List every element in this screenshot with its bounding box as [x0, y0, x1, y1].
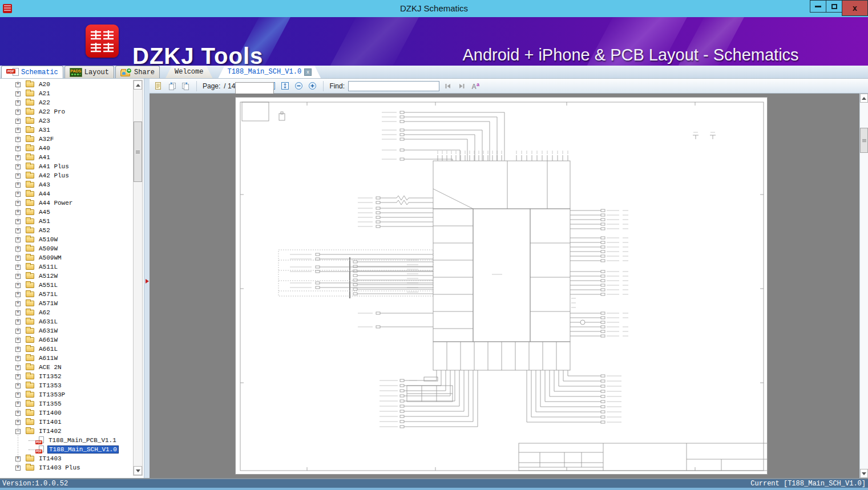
- tree-expander[interactable]: +: [15, 201, 21, 206]
- tree-file-t188-main-pcb-v1-1[interactable]: PDFT188_Main_PCB_V1.1: [0, 436, 144, 445]
- tree-expander[interactable]: +: [15, 301, 21, 306]
- close-button[interactable]: x: [842, 0, 868, 16]
- tree-expander[interactable]: +: [15, 411, 21, 416]
- tree-expander[interactable]: +: [15, 265, 21, 270]
- tree-folder-a631w[interactable]: +A631W: [0, 326, 144, 335]
- tree-folder-a32f[interactable]: +A32F: [0, 135, 144, 144]
- tree-folder-a44[interactable]: +A44: [0, 189, 144, 199]
- doc-tab-t188-main-sch-v1-0[interactable]: T188_Main_SCH_V1.0 x: [218, 66, 321, 78]
- tree-folder-it1353p[interactable]: +IT1353P: [0, 390, 144, 399]
- tab-share[interactable]: + Share: [115, 66, 160, 78]
- tree-expander[interactable]: +: [15, 374, 21, 379]
- tree-expander[interactable]: +: [15, 283, 21, 288]
- tree-folder-a51[interactable]: +A51: [0, 217, 144, 226]
- scroll-up-button[interactable]: [134, 80, 142, 90]
- tree-folder-a511l[interactable]: +A511L: [0, 262, 144, 272]
- tree-expander[interactable]: +: [15, 155, 21, 160]
- tree-folder-a31[interactable]: +A31: [0, 125, 144, 135]
- tree-folder-a52[interactable]: +A52: [0, 226, 144, 235]
- tree-expander[interactable]: +: [15, 210, 21, 215]
- tree-expander[interactable]: +: [15, 219, 21, 224]
- single-page-icon[interactable]: [153, 81, 163, 91]
- tree-expander[interactable]: +: [15, 246, 21, 252]
- tree-folder-a41[interactable]: +A41: [0, 153, 144, 162]
- tree-folder-a21[interactable]: +A21: [0, 89, 144, 98]
- tree-folder-it1401[interactable]: +IT1401: [0, 418, 144, 427]
- tree-folder-a571l[interactable]: +A571L: [0, 290, 144, 299]
- tree-folder-it1402[interactable]: −IT1402: [0, 427, 144, 436]
- tree-expander[interactable]: +: [15, 319, 21, 325]
- tree-expander[interactable]: +: [15, 456, 21, 461]
- tree-expander[interactable]: +: [15, 329, 21, 334]
- tree-folder-a43[interactable]: +A43: [0, 180, 144, 189]
- tree-folder-a20[interactable]: +A20: [0, 80, 144, 89]
- rotate-right-icon[interactable]: [180, 81, 191, 91]
- tree-expander[interactable]: +: [15, 82, 21, 87]
- viewer-scrollbar[interactable]: [859, 94, 868, 478]
- match-case-button[interactable]: Aa: [470, 81, 481, 91]
- tree-expander[interactable]: +: [15, 402, 21, 407]
- tree-folder-a22[interactable]: +A22: [0, 98, 144, 107]
- minimize-button[interactable]: [810, 0, 826, 13]
- tree-folder-a661w[interactable]: +A661W: [0, 335, 144, 345]
- rotate-left-icon[interactable]: [167, 81, 177, 91]
- tree-expander[interactable]: +: [15, 292, 21, 297]
- scroll-down-button[interactable]: [134, 466, 142, 475]
- tree-expander[interactable]: +: [15, 228, 21, 233]
- tree-folder-it1352[interactable]: +IT1352: [0, 372, 144, 381]
- tree-folder-a23[interactable]: +A23: [0, 116, 144, 125]
- tree-expander[interactable]: +: [15, 365, 21, 370]
- tree-expander[interactable]: +: [15, 356, 21, 361]
- tree-folder-a551l[interactable]: +A551L: [0, 281, 144, 290]
- tree-expander[interactable]: +: [15, 91, 21, 96]
- tree-expander[interactable]: +: [15, 137, 21, 142]
- doc-tab-welcome[interactable]: Welcome: [165, 66, 212, 78]
- tree-scrollbar[interactable]: [133, 80, 143, 476]
- maximize-button[interactable]: [826, 0, 842, 13]
- tree-expander[interactable]: +: [15, 237, 21, 242]
- tree-expander[interactable]: +: [15, 119, 21, 124]
- scroll-up-button[interactable]: [860, 94, 868, 103]
- tree-folder-a631l[interactable]: +A631L: [0, 317, 144, 326]
- tree-expander[interactable]: +: [15, 183, 21, 188]
- tree-expander[interactable]: +: [15, 110, 21, 115]
- tree-folder-it1403-plus[interactable]: +IT1403 Plus: [0, 463, 144, 472]
- tree-expander[interactable]: +: [15, 274, 21, 279]
- tree-expander[interactable]: +: [15, 100, 21, 106]
- tree-folder-a571w[interactable]: +A571W: [0, 299, 144, 308]
- tree-folder-ace-2n[interactable]: +ACE 2N: [0, 363, 144, 372]
- scroll-down-button[interactable]: [860, 469, 868, 478]
- tree-folder-a510w[interactable]: +A510W: [0, 235, 144, 244]
- tree-folder-a44-power[interactable]: +A44 Power: [0, 199, 144, 208]
- zoom-out-button[interactable]: [293, 81, 304, 91]
- tab-layout[interactable]: PADS Layout: [64, 66, 114, 78]
- tree-expander[interactable]: +: [15, 465, 21, 471]
- collapse-arrow-icon[interactable]: [146, 279, 149, 284]
- tree-folder-it1355[interactable]: +IT1355: [0, 399, 144, 408]
- tree-folder-it1400[interactable]: +IT1400: [0, 408, 144, 418]
- tree-folder-a40[interactable]: +A40: [0, 144, 144, 153]
- tree-expander[interactable]: +: [15, 310, 21, 315]
- scrollbar-thumb[interactable]: [134, 122, 142, 182]
- tree-folder-a42-plus[interactable]: +A42 Plus: [0, 171, 144, 180]
- tree-folder-a22-pro[interactable]: +A22 Pro: [0, 107, 144, 116]
- tree-folder-a62[interactable]: +A62: [0, 308, 144, 317]
- find-input[interactable]: [348, 81, 439, 91]
- fit-page-button[interactable]: [280, 81, 290, 91]
- tab-schematic[interactable]: PDF Schematic: [1, 66, 63, 78]
- tree-folder-a509w[interactable]: +A509W: [0, 244, 144, 253]
- find-next-button[interactable]: [457, 81, 467, 91]
- tree-folder-a661l[interactable]: +A661L: [0, 345, 144, 354]
- tree-folder-a509wm[interactable]: +A509WM: [0, 253, 144, 262]
- tree-file-t188-main-sch-v1-0[interactable]: PDFT188_Main_SCH_V1.0: [0, 445, 144, 454]
- tree-expander[interactable]: +: [15, 383, 21, 388]
- tree-folder-a512w[interactable]: +A512W: [0, 272, 144, 281]
- tree-expander[interactable]: +: [15, 420, 21, 425]
- panel-splitter[interactable]: [144, 79, 150, 478]
- tree-expander[interactable]: −: [15, 429, 21, 434]
- tree-expander[interactable]: +: [15, 164, 21, 169]
- tab-close-icon[interactable]: x: [304, 68, 312, 76]
- tree-expander[interactable]: +: [15, 256, 21, 261]
- tree-expander[interactable]: +: [15, 338, 21, 343]
- scrollbar-thumb[interactable]: [860, 128, 868, 153]
